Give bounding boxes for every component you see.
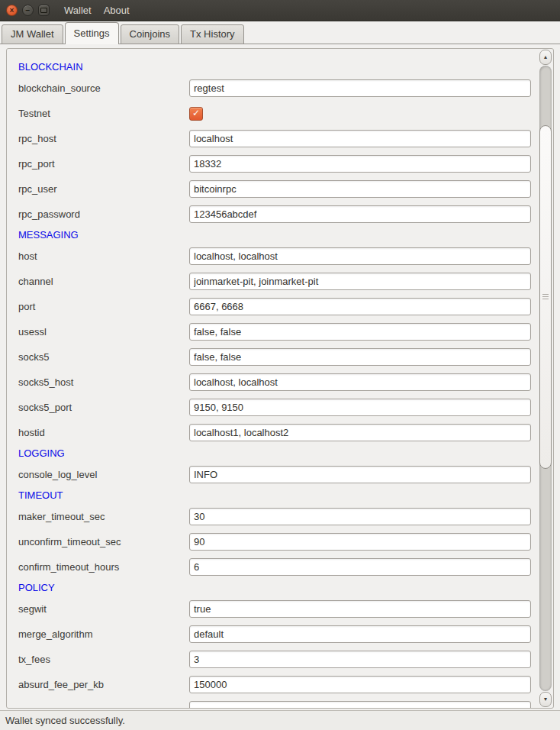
arrow-down-icon: ▾: [544, 696, 547, 703]
settings-row: channel: [18, 269, 539, 294]
settings-row: segwit: [18, 596, 539, 622]
tab-bar: JM WalletSettingsCoinjoinsTx History: [0, 21, 560, 44]
settings-row: Testnet✓: [18, 101, 539, 126]
setting-input-confirm_timeout_hours[interactable]: [189, 558, 531, 576]
tab-coinjoins[interactable]: Coinjoins: [121, 24, 179, 44]
setting-label: console_log_level: [18, 469, 189, 480]
settings-row: socks5: [18, 344, 539, 370]
settings-row: confirm_timeout_hours: [18, 554, 539, 580]
setting-input-port[interactable]: [189, 298, 531, 315]
testnet-checkbox[interactable]: ✓: [189, 107, 203, 121]
minimize-icon: −: [26, 7, 31, 15]
setting-input-merge_algorithm[interactable]: [189, 625, 531, 643]
menu-item-wallet[interactable]: Wallet: [60, 3, 96, 18]
section-header-messaging: MESSAGING: [18, 227, 539, 244]
setting-label: port: [18, 301, 189, 312]
section-header-blockchain: BLOCKCHAIN: [18, 59, 539, 76]
scrollbar-grip-icon: [542, 294, 549, 300]
settings-row: blockchain_source: [18, 76, 539, 101]
setting-input-hostid[interactable]: [189, 424, 531, 441]
settings-content: BLOCKCHAINblockchain_sourceTestnet✓rpc_h…: [7, 49, 539, 709]
settings-row: maker_timeout_sec: [18, 504, 539, 529]
tab-tx-history[interactable]: Tx History: [181, 24, 244, 44]
settings-row: console_log_level: [18, 462, 539, 487]
setting-input-host[interactable]: [189, 247, 531, 265]
setting-label: tx_fees: [18, 654, 189, 665]
setting-label: absurd_fee_per_kb: [18, 679, 189, 690]
setting-input-socks5[interactable]: [189, 348, 531, 366]
settings-row: tx_fees: [18, 647, 539, 672]
setting-label: usessl: [18, 326, 189, 338]
setting-label: merge_algorithm: [18, 628, 189, 640]
setting-label: rpc_host: [18, 133, 189, 144]
settings-row: hostid: [18, 420, 539, 445]
check-icon: ✓: [192, 108, 200, 118]
settings-row: merge_algorithm: [18, 622, 539, 647]
maximize-icon: [40, 8, 47, 13]
setting-input-console_log_level[interactable]: [189, 466, 531, 483]
setting-input-blockchain_source[interactable]: [189, 79, 531, 97]
setting-label: socks5: [18, 351, 189, 363]
setting-label: rpc_password: [18, 208, 189, 220]
setting-input-socks5_port[interactable]: [189, 399, 531, 416]
setting-label: hostid: [18, 427, 189, 438]
settings-row: socks5_host: [18, 370, 539, 395]
settings-row: usessl: [18, 319, 539, 344]
settings-row: host: [18, 244, 539, 269]
menu-bar: Wallet About: [60, 3, 134, 18]
setting-label: rpc_port: [18, 158, 189, 170]
menu-item-about[interactable]: About: [99, 3, 134, 18]
setting-label: socks5_host: [18, 376, 189, 388]
setting-label: rpc_user: [18, 183, 189, 195]
section-header-timeout: TIMEOUT: [18, 487, 539, 504]
setting-input-rpc_port[interactable]: [189, 155, 531, 173]
setting-input-socks5_host[interactable]: [189, 373, 531, 391]
settings-row: unconfirm_timeout_sec: [18, 529, 539, 554]
setting-input-rpc_user[interactable]: [189, 180, 531, 198]
setting-input-rpc_host[interactable]: [189, 130, 531, 147]
status-bar: Wallet synced successfully.: [0, 710, 560, 730]
setting-label: socks5_port: [18, 402, 189, 413]
setting-input-maker_timeout_sec[interactable]: [189, 508, 531, 525]
setting-label: Testnet: [18, 108, 189, 119]
settings-row: rpc_host: [18, 126, 539, 151]
setting-input-rpc_password[interactable]: [189, 205, 531, 223]
close-icon: ×: [10, 7, 14, 15]
setting-input-usessl[interactable]: [189, 323, 531, 341]
setting-input-segwit[interactable]: [189, 600, 531, 618]
tab-settings[interactable]: Settings: [65, 22, 119, 44]
title-bar: × − Wallet About: [0, 0, 560, 21]
setting-label: host: [18, 250, 189, 262]
setting-label: segwit: [18, 603, 189, 615]
settings-row: absurd_fee_per_kb: [18, 672, 539, 697]
settings-row: socks5_port: [18, 395, 539, 420]
close-button[interactable]: ×: [6, 5, 18, 16]
app-window: × − Wallet About JM WalletSettingsCoinjo…: [0, 0, 560, 730]
setting-label: maker_timeout_sec: [18, 511, 189, 522]
setting-input-partial[interactable]: [189, 701, 531, 709]
setting-input-tx_fees[interactable]: [189, 651, 531, 668]
arrow-up-icon: ▴: [544, 54, 547, 60]
section-header-logging: LOGGING: [18, 445, 539, 462]
settings-row: [18, 697, 539, 709]
status-message: Wallet synced successfully.: [5, 715, 125, 726]
tab-jm-wallet[interactable]: JM Wallet: [2, 24, 63, 44]
settings-scroll-area: BLOCKCHAINblockchain_sourceTestnet✓rpc_h…: [6, 48, 554, 709]
scrollbar-thumb[interactable]: [539, 125, 552, 469]
scroll-up-button[interactable]: ▴: [539, 50, 552, 65]
setting-label: confirm_timeout_hours: [18, 561, 189, 573]
settings-row: rpc_password: [18, 202, 539, 227]
setting-input-absurd_fee_per_kb[interactable]: [189, 676, 531, 693]
maximize-button[interactable]: [38, 5, 50, 16]
minimize-button[interactable]: −: [22, 5, 34, 16]
settings-row: port: [18, 294, 539, 319]
setting-input-unconfirm_timeout_sec[interactable]: [189, 533, 531, 551]
setting-input-channel[interactable]: [189, 273, 531, 290]
settings-row: rpc_port: [18, 151, 539, 176]
section-header-policy: POLICY: [18, 580, 539, 596]
setting-label: blockchain_source: [18, 82, 189, 94]
setting-label: channel: [18, 276, 189, 287]
vertical-scrollbar[interactable]: ▴ ▾: [539, 50, 552, 707]
setting-label: unconfirm_timeout_sec: [18, 536, 189, 548]
scroll-down-button[interactable]: ▾: [539, 692, 552, 707]
